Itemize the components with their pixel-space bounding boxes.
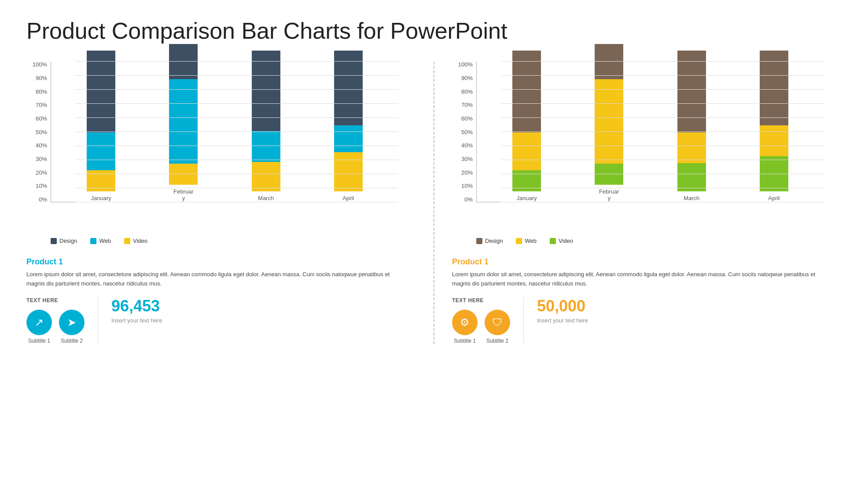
y-label: 70%	[36, 102, 47, 108]
y-label: 100%	[458, 62, 473, 67]
bar-design	[760, 51, 788, 125]
y-label: 20%	[36, 170, 47, 176]
main-layout: 0%10%20%30%40%50%60%70%80%90%100%January…	[26, 62, 842, 344]
chart-container: 0%10%20%30%40%50%60%70%80%90%100%January…	[26, 62, 398, 229]
stats-col: 96,453Insert your text here	[98, 297, 162, 324]
product-desc: Lorem ipsum dolor sit amet, consecteture…	[26, 270, 398, 289]
product-section: Product 1Lorem ipsum dolor sit amet, con…	[26, 257, 398, 344]
y-label: 100%	[33, 62, 47, 67]
bar-design	[512, 51, 541, 132]
y-label: 80%	[461, 89, 473, 95]
chart-container: 0%10%20%30%40%50%60%70%80%90%100%January…	[452, 62, 824, 229]
chart-inner: JanuaryFebruar yMarchApril	[476, 62, 824, 202]
bar-stack[interactable]	[252, 51, 280, 191]
bar-video	[334, 152, 363, 192]
bar-video	[512, 170, 541, 191]
bar-web	[334, 125, 363, 152]
legend-swatch	[124, 238, 130, 244]
y-label: 40%	[461, 143, 473, 148]
big-number: 96,453	[111, 297, 162, 315]
chart-icon-label: Subtitle 1	[28, 338, 50, 344]
bar-video	[252, 162, 280, 191]
legend-label: Design	[485, 238, 503, 244]
y-label: 70%	[461, 102, 473, 108]
bar-design	[252, 51, 280, 131]
legend-label: Video	[133, 238, 147, 244]
legend-swatch	[516, 238, 522, 244]
text-here-label: TEXT HERE	[452, 297, 484, 303]
legend-swatch	[476, 238, 482, 244]
bar-stack[interactable]	[334, 51, 363, 191]
bar-stack[interactable]	[677, 51, 706, 191]
bar-stack[interactable]	[760, 51, 788, 191]
send-icon-circle: ➤	[59, 310, 85, 335]
send-icon[interactable]: ➤Subtitle 2	[59, 310, 85, 344]
bar-group: March	[651, 61, 733, 202]
bar-stack[interactable]	[169, 44, 198, 185]
chart-legend: DesignWebVideo	[51, 238, 398, 244]
bottom-row: TEXT HERE⚙Subtitle 1🛡Subtitle 250,000Ins…	[452, 297, 824, 344]
y-label: 30%	[461, 156, 473, 162]
bar-web	[677, 132, 706, 163]
legend-item: Design	[51, 238, 77, 244]
bar-web	[595, 79, 623, 164]
bar-design	[334, 51, 363, 125]
y-label: 50%	[36, 129, 47, 135]
x-label: January	[91, 195, 111, 202]
legend-label: Web	[99, 238, 111, 244]
panel-divider	[434, 62, 434, 344]
y-label: 10%	[461, 183, 473, 189]
legend-swatch	[550, 238, 556, 244]
y-label: 60%	[461, 116, 473, 121]
bar-stack[interactable]	[512, 51, 541, 191]
legend-item: Web	[90, 238, 111, 244]
x-label: January	[517, 195, 537, 202]
icon-row: ⚙Subtitle 1🛡Subtitle 2	[452, 310, 510, 344]
bar-group: April	[307, 61, 390, 202]
chart-inner: JanuaryFebruar yMarchApril	[51, 62, 398, 202]
x-label: Februar y	[173, 188, 194, 202]
text-here-label: TEXT HERE	[26, 297, 58, 303]
insert-text: Insert your text here	[111, 317, 162, 324]
y-label: 90%	[461, 75, 473, 81]
bar-web	[512, 132, 541, 170]
x-label: April	[342, 195, 354, 202]
x-label: Februar y	[599, 188, 619, 202]
legend-item: Web	[516, 238, 537, 244]
y-label: 40%	[36, 143, 47, 148]
icon-row: ↗Subtitle 1➤Subtitle 2	[26, 310, 85, 344]
sliders-icon[interactable]: ⚙Subtitle 1	[452, 310, 478, 344]
bar-design	[677, 51, 706, 132]
x-label: March	[684, 195, 699, 202]
bar-group: January	[485, 61, 568, 202]
bar-video	[169, 164, 198, 185]
stats-col: 50,000Insert your text here	[524, 297, 588, 324]
sliders-icon-circle: ⚙	[452, 310, 478, 335]
legend-swatch	[90, 238, 96, 244]
y-label: 20%	[461, 170, 473, 176]
y-label: 60%	[36, 116, 47, 121]
y-label: 50%	[461, 129, 473, 135]
bar-group: Februar y	[568, 61, 650, 202]
y-axis: 0%10%20%30%40%50%60%70%80%90%100%	[26, 62, 51, 202]
bar-web	[87, 132, 115, 170]
bar-stack[interactable]	[87, 51, 115, 191]
legend-item: Video	[124, 238, 147, 244]
bar-design	[595, 44, 623, 79]
y-label: 0%	[39, 197, 47, 202]
x-label: March	[258, 195, 274, 202]
icons-col: TEXT HERE↗Subtitle 1➤Subtitle 2	[26, 297, 98, 344]
bar-stack[interactable]	[595, 44, 623, 185]
bar-video	[87, 170, 115, 191]
insert-text: Insert your text here	[537, 317, 588, 324]
legend-swatch	[51, 238, 57, 244]
bar-video	[677, 163, 706, 191]
y-label: 10%	[36, 183, 47, 189]
bar-design	[87, 51, 115, 132]
chart-icon[interactable]: ↗Subtitle 1	[26, 310, 52, 344]
legend-label: Video	[559, 238, 573, 244]
shield-icon-label: Subtitle 2	[486, 338, 508, 344]
y-label: 30%	[36, 156, 47, 162]
shield-icon[interactable]: 🛡Subtitle 2	[485, 310, 510, 344]
bar-video	[595, 164, 623, 185]
